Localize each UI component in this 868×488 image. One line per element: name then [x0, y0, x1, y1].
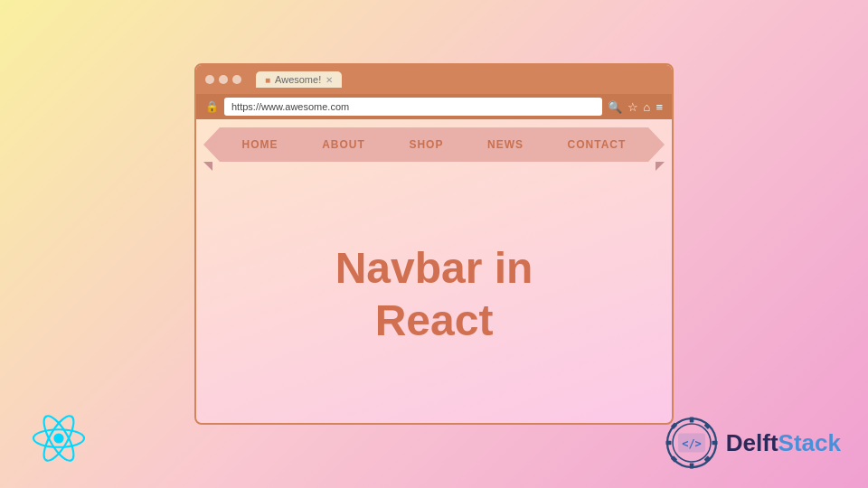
delft-text-accent: Stack [778, 429, 841, 456]
delftstack-text: DelftStack [726, 429, 841, 457]
svg-rect-9 [712, 441, 717, 446]
react-logo [27, 407, 90, 470]
page-wrapper: ■ Awesome! ✕ 🔒 🔍 ☆ ⌂ ≡ HOME ABOUT S [0, 0, 868, 488]
address-bar-icons: 🔍 ☆ ⌂ ≡ [608, 100, 663, 114]
nav-about[interactable]: ABOUT [322, 138, 365, 151]
ribbon-fold-left [203, 162, 212, 171]
navbar-container: HOME ABOUT SHOP NEWS CONTACT [196, 123, 672, 166]
svg-rect-7 [690, 464, 694, 469]
ribbon-fold-right [656, 162, 665, 171]
heading-line2: React [335, 295, 533, 347]
nav-home[interactable]: HOME [242, 138, 278, 151]
star-icon[interactable]: ☆ [627, 100, 638, 114]
window-controls [205, 75, 241, 84]
tab-favicon-icon: ■ [265, 75, 270, 85]
url-input[interactable] [224, 98, 602, 116]
nav-news[interactable]: NEWS [487, 138, 524, 151]
home-icon[interactable]: ⌂ [644, 100, 651, 114]
heading-line1: Navbar in [335, 242, 533, 295]
browser-content: Navbar in React [196, 166, 672, 423]
tab-title: Awesome! [275, 74, 321, 85]
maximize-dot[interactable] [232, 75, 241, 84]
svg-rect-8 [665, 441, 671, 446]
search-icon[interactable]: 🔍 [608, 100, 622, 114]
browser-window: ■ Awesome! ✕ 🔒 🔍 ☆ ⌂ ≡ HOME ABOUT S [194, 63, 674, 425]
menu-icon[interactable]: ≡ [656, 100, 663, 114]
nav-shop[interactable]: SHOP [409, 138, 443, 151]
navbar-ribbon: HOME ABOUT SHOP NEWS CONTACT [220, 127, 647, 162]
svg-rect-6 [690, 418, 694, 423]
main-heading: Navbar in React [335, 242, 533, 346]
svg-text:</>: </> [682, 437, 702, 450]
browser-tab[interactable]: ■ Awesome! ✕ [256, 71, 342, 88]
delftstack-logo: </> DelftStack [665, 416, 841, 470]
nav-contact[interactable]: CONTACT [568, 138, 627, 151]
browser-titlebar: ■ Awesome! ✕ [196, 65, 672, 94]
tab-close-icon[interactable]: ✕ [326, 75, 333, 85]
close-dot[interactable] [205, 75, 214, 84]
minimize-dot[interactable] [219, 75, 228, 84]
secure-icon: 🔒 [205, 100, 219, 113]
svg-point-0 [53, 433, 63, 443]
delft-text-normal: Delft [726, 429, 778, 456]
browser-addressbar: 🔒 🔍 ☆ ⌂ ≡ [196, 94, 672, 119]
